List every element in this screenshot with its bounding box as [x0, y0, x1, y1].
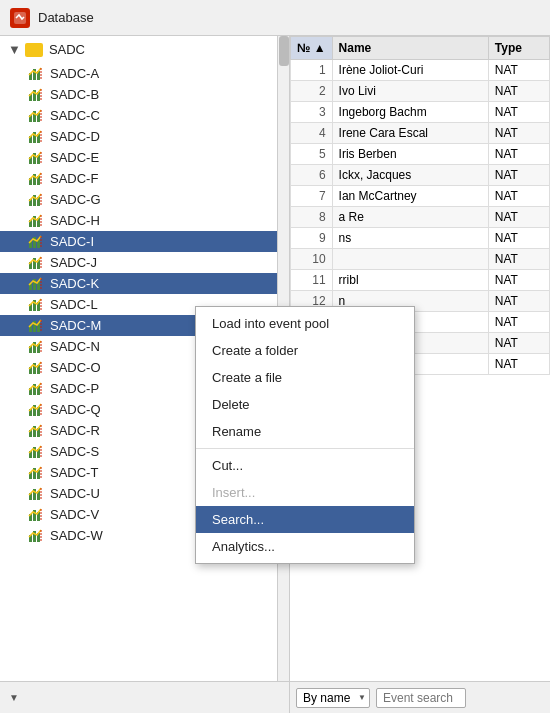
tree-item-label: SADC-N [50, 339, 100, 354]
tree-item-label: SADC-I [50, 234, 94, 249]
cell-name: Iris Berben [332, 144, 488, 165]
cell-num: 4 [291, 123, 333, 144]
tree-item-label: SADC-P [50, 381, 99, 396]
cell-type: NAT [488, 186, 549, 207]
cell-name: Ickx, Jacques [332, 165, 488, 186]
menu-item-create-folder[interactable]: Create a folder [196, 337, 414, 364]
tree-item[interactable]: SADC-F [0, 168, 289, 189]
tree-item[interactable]: SADC-C [0, 105, 289, 126]
context-menu: Load into event poolCreate a folderCreat… [195, 306, 415, 564]
chart-icon [28, 466, 44, 480]
tree-item-label: SADC-W [50, 528, 103, 543]
cell-type: NAT [488, 291, 549, 312]
tree-arrow: ▼ [8, 42, 21, 57]
chart-icon [28, 67, 44, 81]
table-row: 5Iris BerbenNAT [291, 144, 550, 165]
app-title: Database [38, 10, 94, 25]
tree-item-label: SADC-C [50, 108, 100, 123]
tree-item[interactable]: SADC-A [0, 63, 289, 84]
chart-icon [28, 277, 44, 291]
chart-icon [28, 445, 44, 459]
cell-num: 8 [291, 207, 333, 228]
chart-icon [28, 235, 44, 249]
tree-item[interactable]: SADC-E [0, 147, 289, 168]
cell-num: 2 [291, 81, 333, 102]
table-row: 3Ingeborg BachmNAT [291, 102, 550, 123]
cell-name: Ian McCartney [332, 186, 488, 207]
cell-type: NAT [488, 333, 549, 354]
tree-item[interactable]: SADC-B [0, 84, 289, 105]
tree-item[interactable]: SADC-G [0, 189, 289, 210]
chart-icon [28, 508, 44, 522]
event-search-input[interactable] [376, 688, 466, 708]
chart-icon [28, 193, 44, 207]
tree-item[interactable]: SADC-K [0, 273, 289, 294]
menu-item-analytics[interactable]: Analytics... [196, 533, 414, 560]
chart-icon [28, 424, 44, 438]
chart-icon [28, 298, 44, 312]
cell-type: NAT [488, 228, 549, 249]
cell-num: 1 [291, 60, 333, 81]
table-row: 6Ickx, JacquesNAT [291, 165, 550, 186]
cell-name [332, 249, 488, 270]
tree-root-label: SADC [49, 42, 85, 57]
table-row: 1Irène Joliot-CuriNAT [291, 60, 550, 81]
sort-select[interactable]: By nameBy typeBy date [296, 688, 370, 708]
tree-item[interactable]: SADC-J [0, 252, 289, 273]
folder-icon [25, 43, 43, 57]
col-num[interactable]: № ▲ [291, 37, 333, 60]
tree-root-sadc[interactable]: ▼ SADC [0, 36, 289, 63]
menu-item-load-event-pool[interactable]: Load into event pool [196, 310, 414, 337]
menu-item-search[interactable]: Search... [196, 506, 414, 533]
cell-type: NAT [488, 207, 549, 228]
tree-item-label: SADC-G [50, 192, 101, 207]
chart-icon [28, 529, 44, 543]
table-row: 11rriblNAT [291, 270, 550, 291]
tree-item-label: SADC-F [50, 171, 98, 186]
menu-item-create-file[interactable]: Create a file [196, 364, 414, 391]
table-row: 9nsNAT [291, 228, 550, 249]
tree-item-label: SADC-B [50, 87, 99, 102]
tree-item-label: SADC-A [50, 66, 99, 81]
cell-name: ns [332, 228, 488, 249]
menu-item-insert: Insert... [196, 479, 414, 506]
tree-item[interactable]: SADC-I [0, 231, 289, 252]
table-row: 4Irene Cara EscalNAT [291, 123, 550, 144]
svg-rect-0 [14, 12, 26, 24]
chart-icon [28, 403, 44, 417]
cell-type: NAT [488, 144, 549, 165]
menu-item-cut[interactable]: Cut... [196, 452, 414, 479]
cell-type: NAT [488, 102, 549, 123]
tree-scrollbar-thumb[interactable] [279, 36, 289, 66]
cell-num: 9 [291, 228, 333, 249]
tree-item[interactable]: SADC-D [0, 126, 289, 147]
cell-num: 7 [291, 186, 333, 207]
tree-item-label: SADC-L [50, 297, 98, 312]
chart-icon [28, 88, 44, 102]
app-icon [10, 8, 30, 28]
scroll-down-arrow[interactable]: ▼ [6, 690, 22, 706]
chart-icon [28, 319, 44, 333]
tree-item[interactable]: SADC-H [0, 210, 289, 231]
cell-type: NAT [488, 354, 549, 375]
menu-item-delete[interactable]: Delete [196, 391, 414, 418]
menu-item-rename[interactable]: Rename [196, 418, 414, 445]
cell-name: rribl [332, 270, 488, 291]
cell-type: NAT [488, 60, 549, 81]
cell-num: 6 [291, 165, 333, 186]
chart-icon [28, 382, 44, 396]
cell-type: NAT [488, 123, 549, 144]
tree-item-label: SADC-S [50, 444, 99, 459]
chart-icon [28, 109, 44, 123]
cell-num: 5 [291, 144, 333, 165]
sort-select-wrap: By nameBy typeBy date [296, 688, 370, 708]
table-bottom-bar: By nameBy typeBy date [290, 681, 550, 713]
menu-separator [196, 448, 414, 449]
cell-name: a Re [332, 207, 488, 228]
col-name[interactable]: Name [332, 37, 488, 60]
chart-icon [28, 130, 44, 144]
col-type[interactable]: Type [488, 37, 549, 60]
cell-name: Ingeborg Bachm [332, 102, 488, 123]
tree-item-label: SADC-E [50, 150, 99, 165]
cell-type: NAT [488, 270, 549, 291]
